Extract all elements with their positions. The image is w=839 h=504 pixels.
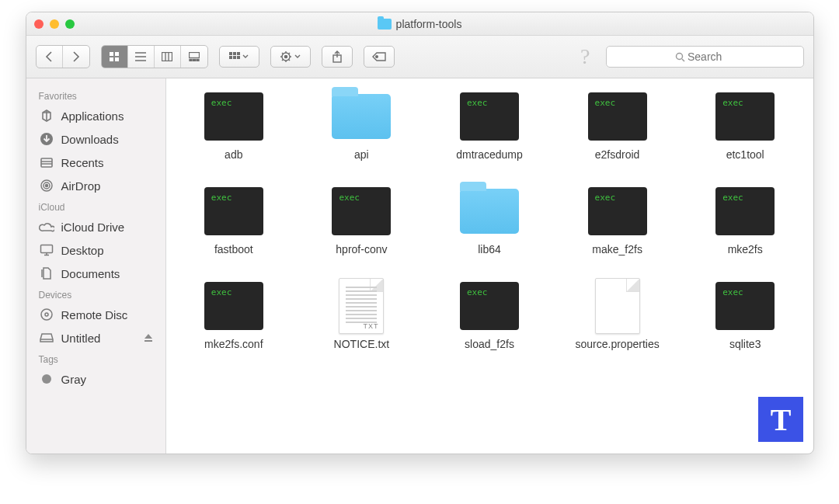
search-icon <box>675 52 685 62</box>
back-button[interactable] <box>37 46 63 68</box>
svg-point-32 <box>677 53 683 59</box>
desktop-icon <box>39 242 54 258</box>
file-name: e2fsdroid <box>595 148 640 161</box>
sidebar-item-gray[interactable]: Gray <box>26 367 165 391</box>
sidebar-item-label: AirDrop <box>61 179 101 193</box>
svg-rect-41 <box>40 245 52 253</box>
window-title: platform-tools <box>26 18 813 30</box>
svg-rect-0 <box>110 52 113 56</box>
sidebar-section-header: Favorites <box>26 86 165 104</box>
file-item[interactable]: mke2fs <box>685 187 806 255</box>
file-item[interactable]: mke2fs.conf <box>174 282 294 350</box>
list-view-button[interactable] <box>128 46 155 68</box>
sidebar: FavoritesApplicationsDownloadsRecentsAir… <box>26 78 166 454</box>
file-name: make_f2fs <box>592 243 642 255</box>
sidebar-item-documents[interactable]: Documents <box>26 262 165 285</box>
search-field[interactable] <box>606 46 804 68</box>
exec-icon <box>715 282 775 330</box>
file-name: hprof-conv <box>336 243 387 255</box>
downloads-icon <box>39 131 54 147</box>
file-item[interactable]: fastboot <box>174 187 294 255</box>
watermark-text: T <box>771 401 792 438</box>
dot-gray-icon <box>39 371 54 387</box>
svg-rect-18 <box>233 56 236 59</box>
sidebar-item-label: Desktop <box>61 244 104 257</box>
file-name: mke2fs.conf <box>204 338 263 350</box>
minimize-window-button[interactable] <box>50 19 59 29</box>
close-window-button[interactable] <box>34 19 44 29</box>
file-item[interactable]: hprof-conv <box>301 187 422 255</box>
sidebar-item-icloud-drive[interactable]: iCloud Drive <box>26 215 165 238</box>
text-file-icon: TXT <box>332 282 391 330</box>
sidebar-item-label: Documents <box>61 267 120 280</box>
title-bar: platform-tools <box>26 12 813 36</box>
svg-rect-2 <box>110 57 113 61</box>
action-menu-button[interactable] <box>270 46 311 68</box>
airdrop-icon <box>39 178 54 193</box>
exec-icon <box>332 187 391 235</box>
help-icon[interactable]: ? <box>580 44 590 69</box>
file-item[interactable]: adb <box>174 92 294 161</box>
file-name: NOTICE.txt <box>334 338 390 350</box>
file-name: etc1tool <box>726 148 764 161</box>
recents-icon <box>39 155 54 170</box>
column-view-button[interactable] <box>155 46 181 68</box>
file-item[interactable]: dmtracedump <box>430 92 550 161</box>
svg-rect-13 <box>197 60 199 61</box>
svg-rect-16 <box>237 52 240 55</box>
sidebar-item-label: iCloud Drive <box>61 221 125 234</box>
icon-view-button[interactable] <box>102 46 128 68</box>
sidebar-item-airdrop[interactable]: AirDrop <box>26 174 165 197</box>
file-item[interactable]: api <box>301 92 422 161</box>
folder-icon <box>332 92 391 141</box>
svg-rect-15 <box>233 52 236 55</box>
eject-icon[interactable] <box>144 333 153 342</box>
file-name: sload_f2fs <box>465 338 514 350</box>
sidebar-item-untitled[interactable]: Untitled <box>26 326 165 349</box>
sidebar-item-recents[interactable]: Recents <box>26 151 165 174</box>
fullscreen-window-button[interactable] <box>65 19 75 29</box>
file-name: mke2fs <box>728 243 763 255</box>
cloud-icon <box>39 219 54 235</box>
sidebar-item-desktop[interactable]: Desktop <box>26 238 165 262</box>
file-name: source.properties <box>576 338 660 350</box>
group-by-button[interactable] <box>219 46 259 68</box>
share-button[interactable] <box>322 46 353 68</box>
file-item[interactable]: source.properties <box>557 282 677 350</box>
exec-icon <box>204 92 263 141</box>
sidebar-section-header: Devices <box>26 285 165 303</box>
file-name: lib64 <box>478 243 501 255</box>
file-name: sqlite3 <box>729 338 761 350</box>
svg-point-45 <box>45 313 48 316</box>
generic-file-icon <box>588 282 647 330</box>
search-input[interactable] <box>688 50 734 63</box>
file-item[interactable]: etc1tool <box>685 92 806 161</box>
svg-rect-12 <box>193 60 195 61</box>
sidebar-item-applications[interactable]: Applications <box>26 104 165 127</box>
exec-icon <box>588 92 647 141</box>
sidebar-item-remote-disc[interactable]: Remote Disc <box>26 303 165 326</box>
file-item[interactable]: lib64 <box>430 187 550 255</box>
sidebar-item-label: Remote Disc <box>61 308 128 322</box>
forward-button[interactable] <box>63 46 89 68</box>
view-buttons <box>101 45 208 68</box>
gallery-view-button[interactable] <box>181 46 207 68</box>
traffic-lights <box>34 19 75 29</box>
file-item[interactable]: sqlite3 <box>685 282 806 350</box>
svg-point-21 <box>284 55 287 57</box>
sidebar-item-downloads[interactable]: Downloads <box>26 127 165 151</box>
finder-window: platform-tools <box>26 12 814 454</box>
disc-icon <box>39 307 54 322</box>
svg-point-31 <box>375 56 378 58</box>
exec-icon <box>204 187 263 235</box>
sidebar-section-header: iCloud <box>26 197 165 215</box>
file-item[interactable]: sload_f2fs <box>430 282 550 350</box>
file-grid: adbapidmtracedumpe2fsdroidetc1toolfastbo… <box>166 78 813 454</box>
file-item[interactable]: e2fsdroid <box>557 92 677 161</box>
file-item[interactable]: make_f2fs <box>557 187 677 255</box>
exec-icon <box>460 92 519 141</box>
file-name: adb <box>225 148 242 161</box>
file-item[interactable]: TXTNOTICE.txt <box>301 282 422 350</box>
tags-button[interactable] <box>364 46 395 68</box>
toolbar: ? <box>26 36 813 78</box>
